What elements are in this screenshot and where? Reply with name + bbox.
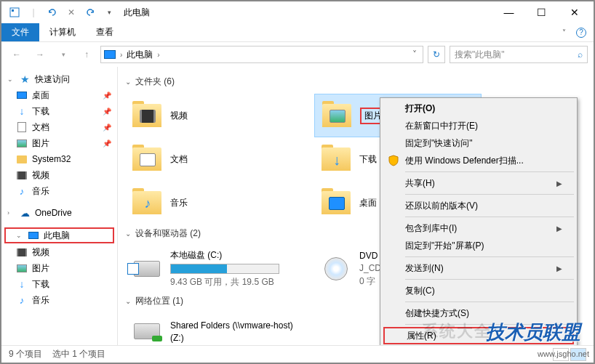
view-mode-buttons [553,348,586,361]
view-tiles-button[interactable] [570,348,586,361]
ribbon-expand-icon[interactable]: ˅ [562,28,566,36]
folder-item-music[interactable]: ♪音乐 [125,181,292,225]
maximize-button[interactable]: ☐ [525,1,558,23]
folder-item-videos[interactable]: 视频 [125,94,292,137]
expand-icon[interactable]: ⌄ [7,76,15,83]
expand-icon[interactable]: › [7,209,15,217]
menu-create-shortcut[interactable]: 创建快捷方式(S) [382,304,575,322]
search-icon: ⌕ [578,49,583,60]
back-button[interactable]: ← [7,45,26,64]
sidebar-onedrive[interactable]: ›☁OneDrive [1,205,117,221]
network-drive-icon [131,317,163,346]
drive-label: 本地磁盘 (C:) [170,249,279,262]
sidebar-item-documents[interactable]: 文档📌 [1,119,117,135]
menu-send-to[interactable]: 发送到(N)▶ [382,259,575,277]
hdd-icon [131,254,163,283]
menu-restore-versions[interactable]: 还原以前的版本(V) [382,197,575,214]
svg-rect-1 [12,9,14,12]
close-button[interactable]: ✕ [558,1,591,23]
search-placeholder: 搜索"此电脑" [455,49,505,61]
tab-file[interactable]: 文件 [1,23,39,41]
sidebar-this-pc[interactable]: ⌄此电脑 [4,227,114,243]
network-label: Shared Folders (\\vmware-host) [170,320,293,331]
tab-view[interactable]: 查看 [86,23,124,41]
download-icon: ↓ [16,106,28,116]
menu-pin-start[interactable]: 固定到"开始"屏幕(P) [382,237,575,254]
chevron-down-icon: ⌄ [125,230,131,238]
sidebar-item-pictures[interactable]: 图片 [1,260,117,276]
picture-icon [17,264,27,272]
menu-separator [405,217,574,217]
tab-computer[interactable]: 计算机 [39,23,86,41]
menu-include-library[interactable]: 包含到库中(I)▶ [382,219,575,237]
pin-icon: 📌 [103,124,111,132]
divider-icon: | [26,5,41,20]
view-details-button[interactable] [553,348,569,361]
status-item-count: 9 个项目 [9,348,42,360]
sidebar-item-downloads[interactable]: ↓下载 [1,276,117,292]
folder-item-documents[interactable]: 文档 [125,137,292,181]
search-input[interactable]: 搜索"此电脑" ⌕ [450,46,588,63]
menu-pin-quick-access[interactable]: 固定到"快速访问" [382,134,575,152]
address-bar[interactable]: › 此电脑 › ˅ [100,46,423,63]
menu-open[interactable]: 打开(O) [382,100,575,117]
menu-separator [405,171,574,172]
quick-access-toolbar: | ✕ ▾ [4,5,116,20]
chevron-right-icon[interactable]: › [157,51,159,59]
pin-icon: 📌 [103,108,111,116]
submenu-arrow-icon: ▶ [556,264,562,272]
menu-separator [405,324,574,325]
group-folders[interactable]: ⌄文件夹 (6) [125,76,594,88]
sidebar-item-music[interactable]: ♪音乐 [1,292,117,308]
qat-dropdown-icon[interactable]: ▾ [102,5,116,20]
sidebar-item-system32[interactable]: System32 [1,151,117,167]
sidebar-item-videos[interactable]: 视频 [1,244,117,260]
expand-icon[interactable]: ⌄ [16,232,23,239]
submenu-arrow-icon: ▶ [556,179,562,187]
video-icon [17,171,27,179]
address-dropdown-icon[interactable]: ˅ [410,49,420,60]
network-item[interactable]: Shared Folders (\\vmware-host) (Z:) [125,313,314,347]
menu-properties[interactable]: 属性(R) [383,327,574,344]
folder-icon [320,188,352,217]
refresh-button[interactable]: ↻ [428,46,445,63]
drive-label: DVD [359,251,381,261]
window-controls: — ☐ ✕ [492,1,591,23]
recent-dropdown[interactable]: ▾ [54,45,73,64]
chevron-down-icon: ⌄ [125,78,131,86]
up-button[interactable]: ↑ [77,45,96,64]
redo-icon[interactable]: ✕ [64,5,79,20]
menu-separator [405,256,574,257]
help-icon[interactable]: ? [576,28,586,38]
breadcrumb[interactable]: 此电脑 [127,49,153,61]
menu-share[interactable]: 共享(H)▶ [382,174,575,192]
menu-copy[interactable]: 复制(C) [382,282,575,299]
drive-sub: 0 字 [359,275,381,288]
shield-icon [388,155,399,166]
sidebar-item-music[interactable]: ♪音乐 [1,183,117,199]
network-sub: (Z:) [170,333,293,343]
svg-rect-0 [10,8,19,17]
pin-icon: 📌 [103,92,111,100]
sidebar-item-pictures[interactable]: 图片📌 [1,135,117,151]
sidebar-item-downloads[interactable]: ↓下载📌 [1,103,117,119]
sidebar-quick-access[interactable]: ⌄ ★ 快速访问 [1,71,117,87]
sidebar-item-desktop[interactable]: 桌面📌 [1,87,117,103]
chevron-down-icon: ⌄ [125,297,131,305]
forward-button[interactable]: → [31,45,49,64]
properties-icon[interactable] [7,5,22,20]
sidebar-item-videos[interactable]: 视频 [1,167,117,183]
menu-open-new-window[interactable]: 在新窗口中打开(E) [382,117,575,134]
minimize-button[interactable]: — [492,1,525,23]
menu-defender-scan[interactable]: 使用 Windows Defender扫描... [382,152,575,169]
status-selected-count: 选中 1 个项目 [52,348,105,360]
folder-icon [131,145,163,174]
cloud-icon: ☁ [19,208,31,218]
chevron-right-icon[interactable]: › [120,51,122,59]
folder-icon [17,155,27,163]
undo-icon[interactable] [45,5,60,20]
drive-item-c[interactable]: 本地磁盘 (C:) 9.43 GB 可用，共 19.5 GB [125,246,292,292]
window-title: 此电脑 [124,7,150,19]
redo-arrow-icon[interactable] [83,5,97,20]
document-icon [17,122,26,132]
